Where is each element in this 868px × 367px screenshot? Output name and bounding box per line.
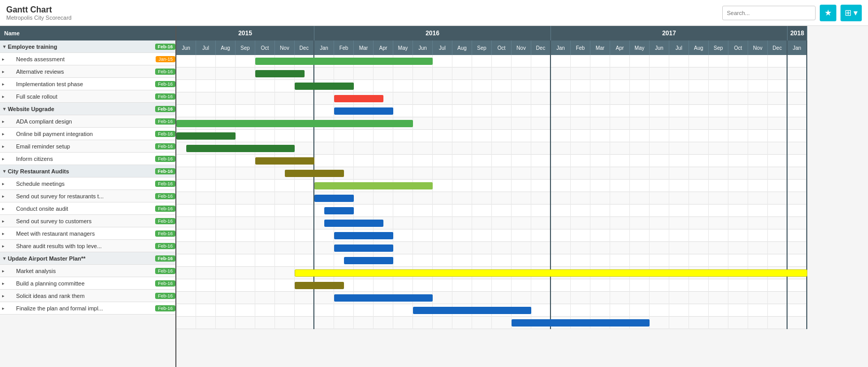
- month-grid-cell: [196, 279, 216, 292]
- search-input[interactable]: [722, 6, 816, 20]
- gantt-bar[interactable]: [176, 132, 236, 140]
- item-chevron-icon[interactable]: ▸: [2, 268, 5, 274]
- month-grid-cell: [393, 105, 413, 117]
- task-row[interactable]: ▸ Conduct onsite auditFeb-16: [0, 202, 175, 215]
- gantt-bar[interactable]: [324, 207, 354, 214]
- month-grid-cell: [531, 292, 551, 304]
- month-grid-cell: [531, 117, 551, 130]
- task-badge: Feb-16: [155, 69, 175, 75]
- gantt-bar[interactable]: [255, 58, 433, 65]
- task-row[interactable]: ▸ Alternative reviewsFeb-16: [0, 65, 175, 78]
- month-grid-cell: [334, 317, 354, 329]
- task-row[interactable]: ▼ City Restaurant AuditsFeb-16: [0, 165, 175, 178]
- item-chevron-icon[interactable]: ▸: [2, 306, 5, 311]
- task-row[interactable]: ▸ Share audit results with top leve...Fe…: [0, 240, 175, 252]
- item-chevron-icon[interactable]: ▸: [2, 94, 5, 99]
- item-chevron-icon[interactable]: ▸: [2, 69, 5, 74]
- item-chevron-icon[interactable]: ▸: [2, 219, 5, 224]
- task-row[interactable]: ▸ Schedule meetingsFeb-16: [0, 178, 175, 190]
- task-row[interactable]: ▸ Email reminder setupFeb-16: [0, 140, 175, 153]
- task-row[interactable]: ▸ Full scale rolloutFeb-16: [0, 90, 175, 103]
- month-grid-cell: [176, 205, 196, 217]
- task-row[interactable]: ▼ Employee trainingFeb-16: [0, 40, 175, 53]
- name-column-header: Name: [4, 30, 20, 36]
- task-row[interactable]: ▸ Online bill payment integrationFeb-16: [0, 128, 175, 140]
- task-row[interactable]: ▸ Inform citizensFeb-16: [0, 153, 175, 165]
- task-row[interactable]: ▼ Update Airport Master Plan**Feb-16: [0, 252, 175, 265]
- month-grid-cell: [709, 229, 728, 242]
- gantt-bar[interactable]: [285, 170, 344, 177]
- gantt-bar[interactable]: [295, 269, 807, 277]
- chart-area[interactable]: 2015201620172018JunJulAugSepOctNovDecJan…: [176, 26, 868, 367]
- task-row[interactable]: ▸ Solicit ideas and rank themFeb-16: [0, 290, 175, 302]
- month-grid-cell: [551, 254, 571, 267]
- gantt-bar[interactable]: [344, 257, 393, 264]
- task-row[interactable]: ▸ Build a planning committeeFeb-16: [0, 277, 175, 290]
- group-chevron-icon[interactable]: ▼: [2, 106, 7, 112]
- month-grid-cell: [590, 55, 610, 67]
- month-grid-cell: [709, 292, 728, 304]
- gantt-bar[interactable]: [295, 282, 344, 289]
- item-chevron-icon[interactable]: ▸: [2, 206, 5, 211]
- group-chevron-icon[interactable]: ▼: [2, 44, 7, 49]
- item-chevron-icon[interactable]: ▸: [2, 281, 5, 286]
- item-chevron-icon[interactable]: ▸: [2, 119, 5, 124]
- month-grid-cell: [709, 205, 728, 217]
- gantt-bar[interactable]: [334, 95, 383, 102]
- gantt-bar[interactable]: [324, 220, 383, 227]
- month-grid-cell: [413, 242, 433, 254]
- month-grid-cell: [709, 242, 728, 254]
- task-row[interactable]: ▸ Implementation test phaseFeb-16: [0, 78, 175, 90]
- task-row[interactable]: ▼ Website UpgradeFeb-16: [0, 103, 175, 115]
- month-grid-cell: [590, 217, 610, 229]
- gantt-bar[interactable]: [255, 70, 305, 77]
- item-chevron-icon[interactable]: ▸: [2, 57, 5, 62]
- gantt-bar[interactable]: [314, 195, 354, 202]
- month-grid-cell: [768, 242, 788, 254]
- month-grid-cell: [709, 67, 728, 80]
- month-grid-cell: [768, 229, 788, 242]
- task-row[interactable]: ▸ Meet with restaurant managersFeb-16: [0, 227, 175, 240]
- gantt-bar[interactable]: [413, 307, 531, 314]
- month-grid-cell: [650, 117, 669, 130]
- month-grid-cell: [531, 304, 551, 317]
- month-grid-cell: [236, 92, 255, 105]
- month-grid-cell: [728, 142, 748, 155]
- item-chevron-icon[interactable]: ▸: [2, 194, 5, 199]
- month-grid-cell: [452, 242, 472, 254]
- month-grid-cell: [216, 180, 236, 192]
- month-grid-cell: [610, 130, 630, 142]
- star-button[interactable]: ★: [820, 5, 836, 21]
- gantt-bar[interactable]: [255, 157, 314, 165]
- grid-button[interactable]: ⊞ ▾: [841, 5, 862, 21]
- gantt-bar[interactable]: [176, 120, 413, 127]
- task-row[interactable]: ▸ Finalize the plan and formal impl...Fe…: [0, 302, 175, 315]
- group-chevron-icon[interactable]: ▼: [2, 256, 7, 261]
- month-grid-cell: [689, 105, 709, 117]
- gantt-bar[interactable]: [314, 182, 433, 189]
- item-chevron-icon[interactable]: ▸: [2, 144, 5, 149]
- month-grid-cell: [413, 80, 433, 92]
- item-chevron-icon[interactable]: ▸: [2, 181, 5, 186]
- gantt-bar[interactable]: [334, 107, 393, 115]
- task-row[interactable]: ▸ Send out survey to customersFeb-16: [0, 215, 175, 227]
- gantt-bar[interactable]: [334, 294, 433, 302]
- item-chevron-icon[interactable]: ▸: [2, 293, 5, 298]
- item-chevron-icon[interactable]: ▸: [2, 131, 5, 137]
- gantt-bar[interactable]: [334, 232, 393, 239]
- task-row[interactable]: ▸ ADA compliant designFeb-16: [0, 115, 175, 128]
- gantt-bar[interactable]: [334, 244, 393, 252]
- task-row[interactable]: ▸ Needs assessmentJan-15: [0, 53, 175, 65]
- month-grid-cell: [689, 80, 709, 92]
- item-chevron-icon[interactable]: ▸: [2, 243, 5, 249]
- group-chevron-icon[interactable]: ▼: [2, 169, 7, 174]
- month-grid-cell: [275, 80, 295, 92]
- task-row[interactable]: ▸ Market analysisFeb-16: [0, 265, 175, 277]
- gantt-bar[interactable]: [186, 145, 295, 152]
- item-chevron-icon[interactable]: ▸: [2, 156, 5, 161]
- task-row[interactable]: ▸ Send out survey for restaurants t...Fe…: [0, 190, 175, 202]
- item-chevron-icon[interactable]: ▸: [2, 81, 5, 87]
- item-chevron-icon[interactable]: ▸: [2, 231, 5, 236]
- gantt-bar[interactable]: [295, 83, 354, 90]
- gantt-bar[interactable]: [512, 319, 650, 327]
